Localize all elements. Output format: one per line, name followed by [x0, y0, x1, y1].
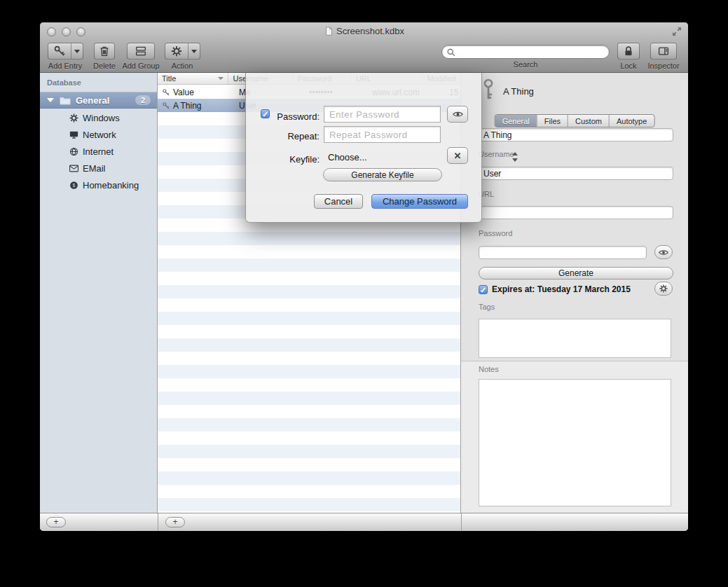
dialog-show-password-button[interactable]	[447, 106, 468, 123]
notes-label: Notes	[479, 365, 499, 373]
svg-text:$: $	[73, 183, 76, 188]
trash-icon	[98, 45, 111, 57]
dialog-password-input[interactable]	[324, 106, 441, 123]
inspector-panel: A Thing General Files Custom Autotype Us…	[461, 73, 688, 513]
sidebar-group-general[interactable]: General 2	[40, 92, 157, 109]
disclosure-triangle-icon[interactable]	[47, 98, 54, 102]
sidebar-item-network[interactable]: Network	[40, 126, 157, 143]
dialog-repeat-input[interactable]	[324, 126, 441, 143]
action-button[interactable]: Action	[164, 43, 200, 70]
search-area: Search	[441, 43, 610, 69]
url-field[interactable]	[479, 206, 673, 219]
folder-icon	[59, 95, 71, 105]
notes-section: Notes	[461, 361, 688, 513]
lock-icon	[622, 45, 635, 57]
divider	[461, 513, 462, 531]
gear-icon	[659, 284, 668, 294]
inspector-button[interactable]: Inspector	[644, 43, 683, 70]
dollar-icon: $	[69, 180, 79, 191]
sort-arrow-icon	[218, 77, 224, 80]
document-icon	[324, 26, 334, 36]
generate-keyfile-button[interactable]: Generate Keyfile	[323, 168, 442, 181]
change-password-dialog: ✓ Password: Repeat: Keyfile: Choose... ✕…	[245, 73, 482, 223]
sidebar-item-homebanking[interactable]: $ Homebanking	[40, 177, 157, 193]
change-password-button[interactable]: Change Password	[371, 194, 468, 209]
tags-field[interactable]	[479, 319, 671, 358]
delete-button[interactable]: Delete	[89, 43, 120, 70]
bottom-bar: + +	[40, 513, 688, 531]
close-icon: ✕	[454, 151, 462, 161]
fullscreen-icon[interactable]	[671, 26, 682, 37]
globe-icon	[69, 146, 79, 157]
envelope-icon	[69, 163, 79, 174]
group-list-icon	[135, 45, 147, 57]
search-input[interactable]	[458, 46, 605, 57]
clear-keyfile-button[interactable]: ✕	[447, 147, 468, 164]
sidebar-item-windows[interactable]: Windows	[40, 109, 157, 126]
tab-general[interactable]: General	[495, 115, 537, 127]
app-window: Screenshot.kdbx Add Entry Delete	[40, 22, 688, 531]
expires-settings-button[interactable]	[654, 282, 673, 296]
title-field[interactable]	[479, 128, 673, 141]
titlebar[interactable]: Screenshot.kdbx	[40, 22, 688, 41]
expires-label: Expires at: Tuesday 17 March 2015	[492, 284, 631, 294]
stepper-arrows-icon	[511, 151, 519, 163]
inspector-entry-title: A Thing	[503, 86, 534, 97]
add-group-plus-button[interactable]: +	[46, 517, 66, 527]
dialog-password-label: Password:	[246, 111, 320, 122]
divider	[158, 513, 158, 531]
expires-checkbox[interactable]: ✓	[479, 285, 488, 294]
gear-icon	[69, 113, 79, 123]
show-password-button[interactable]	[654, 245, 673, 259]
keyfile-popup[interactable]: Choose...	[324, 149, 444, 165]
window-title: Screenshot.kdbx	[40, 26, 688, 36]
key-icon	[53, 45, 66, 57]
group-sidebar: Database General 2 Windows Network Inter…	[40, 73, 158, 513]
search-icon	[446, 48, 456, 57]
tags-label: Tags	[479, 303, 495, 311]
chevron-down-icon	[74, 50, 80, 53]
key-icon	[162, 88, 170, 97]
tab-autotype[interactable]: Autotype	[609, 115, 654, 127]
password-label: Password	[479, 229, 512, 237]
password-field[interactable]	[479, 246, 647, 259]
eye-icon	[452, 110, 464, 118]
notes-field[interactable]	[479, 379, 671, 506]
lock-button[interactable]: Lock	[614, 43, 643, 70]
generate-password-button[interactable]: Generate	[479, 267, 673, 279]
inspector-tabs: General Files Custom Autotype	[495, 114, 655, 127]
sidebar-item-internet[interactable]: Internet	[40, 143, 157, 160]
group-count-badge: 2	[135, 95, 151, 105]
column-header-title[interactable]: Title	[158, 73, 228, 84]
tab-files[interactable]: Files	[537, 115, 568, 127]
add-entry-plus-button[interactable]: +	[165, 517, 185, 527]
cancel-button[interactable]: Cancel	[314, 194, 363, 209]
sidebar-item-email[interactable]: EMail	[40, 160, 157, 177]
inspector-panel-icon	[657, 45, 670, 57]
expires-row: ✓ Expires at: Tuesday 17 March 2015	[479, 282, 631, 296]
username-label: Username	[479, 150, 514, 158]
key-icon	[162, 102, 170, 110]
tab-custom[interactable]: Custom	[568, 115, 609, 127]
sidebar-header: Database	[47, 78, 81, 87]
eye-icon	[658, 249, 669, 256]
gear-icon	[170, 45, 183, 57]
dialog-repeat-label: Repeat:	[246, 131, 320, 141]
dialog-keyfile-label: Keyfile:	[246, 154, 320, 165]
chevron-down-icon	[191, 50, 197, 53]
add-group-button[interactable]: Add Group	[120, 43, 162, 70]
monitor-icon	[69, 130, 79, 140]
username-field[interactable]	[479, 167, 673, 180]
toolbar: Add Entry Delete Add Group Action	[40, 41, 688, 73]
window-chrome: Screenshot.kdbx Add Entry Delete	[40, 22, 688, 73]
add-entry-button[interactable]: Add Entry	[43, 43, 88, 70]
